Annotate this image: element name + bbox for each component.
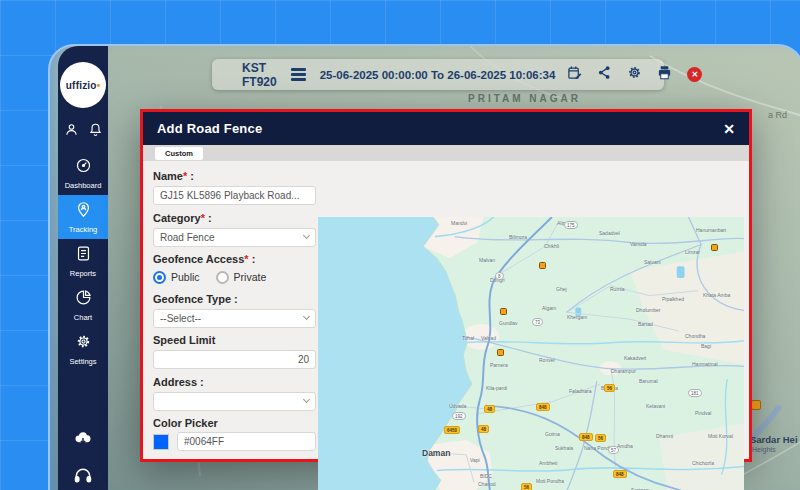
geofence-type-select[interactable] [153, 309, 316, 328]
user-icon[interactable] [64, 122, 79, 141]
name-label: Name* : [153, 170, 316, 182]
sidebar-item-chart[interactable]: Chart [58, 283, 108, 327]
sidebar-item-tracking[interactable]: Tracking [58, 195, 108, 239]
gear-icon [75, 333, 92, 354]
map-town-label: Goima [545, 431, 560, 437]
map-town-label: Gundlav [499, 320, 518, 326]
highway-shield: 192 [452, 412, 466, 420]
modal-title: Add Road Fence [157, 121, 262, 136]
sidebar: uffizio• Dashboard Tracking [58, 46, 108, 490]
vehicle-marker [539, 262, 546, 269]
radio-public[interactable]: Public [153, 271, 200, 284]
headset-icon[interactable] [73, 466, 93, 490]
sidebar-menu: Dashboard Tracking Reports Chart [58, 151, 108, 371]
edit-calendar-icon[interactable] [567, 65, 582, 84]
map-town-label: Bardiya [601, 385, 618, 391]
map-town-label: Kila-pardi [486, 385, 507, 391]
bg-area-label: PRITAM NAGAR [468, 93, 581, 104]
cloud-download-icon[interactable] [73, 428, 93, 452]
map-town-label: Chikhli [544, 243, 559, 249]
settings-gear-icon[interactable] [627, 65, 642, 84]
highway-shield: 8 [495, 272, 504, 280]
map-town-label: Khergam [567, 314, 587, 320]
map-town-label: Nana Pondha [584, 445, 615, 451]
highway-shield: 48 [484, 405, 495, 413]
bg-vehicle-marker [751, 400, 761, 410]
playback-toolbar: KST FT920 25-06-2025 00:00:00 To 26-06-2… [212, 59, 664, 90]
map-town-label: Hanmatmal [692, 361, 718, 367]
close-icon[interactable]: ✕ [723, 122, 735, 136]
highway-shield: 48 [478, 425, 489, 433]
map-town-label: Dharampur [611, 368, 636, 374]
map-town-label: Malvan [479, 257, 495, 263]
map-town-label: Bagi [701, 343, 711, 349]
highway-shield: 175 [564, 221, 578, 229]
bg-place-sublabel: Heights [752, 446, 776, 453]
bell-icon[interactable] [88, 122, 103, 141]
geofence-type-label: Geofence Type : [153, 293, 316, 305]
vehicle-name[interactable]: KST FT920 [242, 61, 277, 89]
map-town-label: Satvani [644, 259, 661, 265]
map-town-label: Parnera [490, 362, 508, 368]
pie-chart-icon [75, 289, 92, 310]
sidebar-item-settings[interactable]: Settings [58, 327, 108, 371]
uffizio-logo[interactable]: uffizio• [60, 62, 106, 108]
category-select[interactable] [153, 228, 316, 247]
highway-shield: 848 [536, 403, 550, 411]
vehicle-marker [711, 244, 718, 251]
map-town-label: Sadadvel [599, 230, 620, 236]
sidebar-item-label: Dashboard [65, 181, 102, 190]
vehicle-marker [500, 308, 507, 315]
map-town-label: Dungri [490, 277, 505, 283]
highway-shield: 6450 [444, 426, 460, 434]
sidebar-item-reports[interactable]: Reports [58, 239, 108, 283]
map-town-label: Vansda [630, 241, 647, 247]
map-town-label: Bilimora [509, 234, 527, 240]
radio-selected-icon [153, 271, 166, 284]
name-input[interactable] [153, 186, 316, 205]
highway-shield: 73 [532, 318, 543, 326]
map-town-label: Ambheti [539, 460, 557, 466]
bg-road-label: a Rd [768, 110, 787, 120]
map-town-label: Vapi [470, 457, 480, 463]
bg-place-label: Sardar Hei [750, 434, 798, 445]
sidebar-item-label: Reports [70, 269, 96, 278]
map-town-label: Dhamni [656, 433, 673, 439]
print-icon[interactable] [657, 65, 672, 84]
map-town-label: Barumal [639, 378, 658, 384]
map-town-label: Algam [542, 305, 556, 311]
highway-shield: 56 [521, 483, 532, 490]
color-hex-input[interactable] [177, 432, 316, 451]
address-select[interactable] [153, 392, 316, 411]
color-swatch[interactable] [153, 434, 169, 450]
stop-playback-icon[interactable]: ✕ [687, 67, 702, 82]
add-road-fence-modal: Add Road Fence ✕ Custom Name* : Category… [140, 109, 752, 462]
radio-private[interactable]: Private [216, 271, 267, 284]
radio-unselected-icon [216, 271, 229, 284]
sidebar-item-label: Chart [74, 313, 92, 322]
speed-limit-input[interactable] [153, 350, 316, 369]
fence-map[interactable]: MandviAliporSadadvelHanumanbariBilimoraV… [318, 217, 744, 490]
map-town-label: Hanumanbari [696, 227, 726, 233]
sidebar-item-label: Tracking [69, 225, 97, 234]
report-icon [75, 245, 92, 266]
map-town-label: Chichozla [692, 460, 714, 466]
map-town-label: Amdha [617, 443, 633, 449]
menu-icon[interactable] [291, 68, 306, 81]
radio-private-label: Private [234, 271, 267, 283]
map-town-label: Moti Korval [708, 433, 733, 439]
sidebar-item-label: Settings [69, 357, 96, 366]
share-icon[interactable] [597, 65, 612, 84]
modal-tabbar: Custom [143, 145, 749, 161]
tab-custom[interactable]: Custom [155, 147, 203, 160]
dashboard-icon [75, 157, 92, 178]
map-town-label: Pindval [695, 410, 711, 416]
geofence-access-label: Geofence Access* : [153, 253, 316, 265]
sidebar-item-dashboard[interactable]: Dashboard [58, 151, 108, 195]
map-town-label: Faladhara [569, 388, 592, 394]
date-range[interactable]: 25-06-2025 00:00:00 To 26-06-2025 10:06:… [320, 69, 556, 81]
highway-shield: 848 [579, 433, 593, 441]
map-town-label: Bartad [638, 321, 653, 327]
highway-shield: 848 [613, 470, 627, 478]
map-town-label: Sukhala [555, 445, 573, 451]
